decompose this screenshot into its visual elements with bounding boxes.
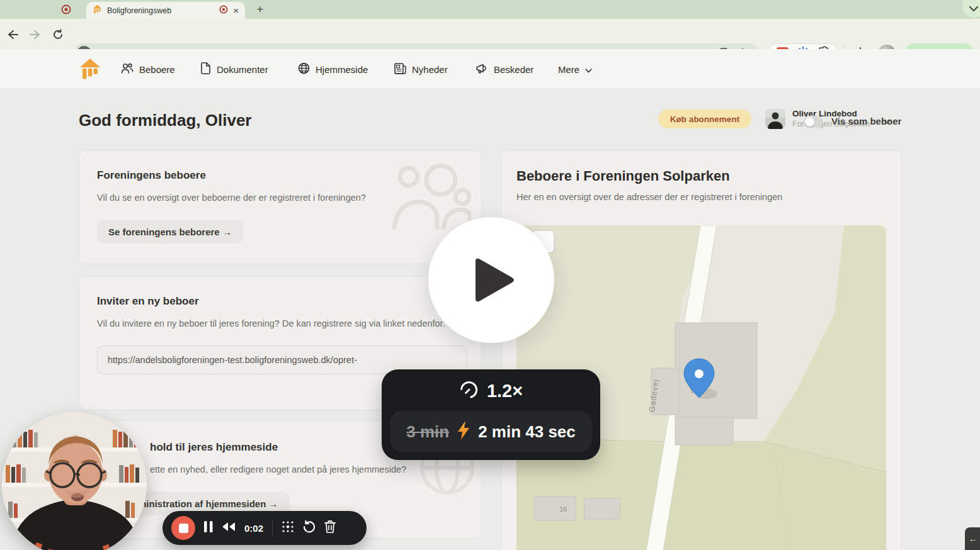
screen: Boligforeningsweb × + app.boligforenings… [0,0,980,550]
residents-card-description: Vil du se en oversigt over beboerne der … [97,191,424,205]
nav-item-label: Dokumenter [217,64,268,75]
tab-title: Boligforeningsweb [107,6,214,15]
toolbar-divider [272,519,273,537]
app-logo-icon[interactable] [79,58,101,83]
view-as-resident-label: Vis som beboer [831,116,901,126]
residents-card: Foreningens beboere Vil du se en oversig… [79,150,482,264]
browser-tab[interactable]: Boligforeningsweb × [86,2,245,19]
speedometer-icon [459,379,479,402]
recording-indicator-icon [61,4,71,17]
map-card-subtitle: Her en en oversigt over de adresser der … [516,192,782,202]
nav-item-label: Beboere [139,64,175,75]
megaphone-icon [476,63,488,76]
speed-value: 1.2× [487,381,523,401]
tab-strip-chevron-button[interactable] [962,0,980,18]
app-navbar: Beboere Dokumenter Hjemmeside Nyheder Be… [0,49,980,89]
chevron-down-icon [585,64,592,75]
newspaper-icon [394,63,406,76]
buy-subscription-button[interactable]: Køb abonnement [658,109,751,128]
see-residents-button[interactable]: Se foreningens beborere → [97,220,243,244]
invite-card-description: Vil du invitere en ny beboer til jeres f… [97,317,450,330]
page-greeting: God formiddag, Oliver [79,111,251,130]
video-play-button[interactable] [428,217,554,343]
browser-toolbar: app.boligforeningsweb.dk/dashboard 3 [0,19,980,49]
user-avatar[interactable] [765,109,785,129]
pause-button[interactable] [204,521,213,535]
nav-item-label: Beskeder [494,64,533,75]
nav-item-dokumenter[interactable]: Dokumenter [200,49,268,89]
map-card-title: Beboere i Foreningen Solparken [516,168,730,184]
website-card-title: hold til jeres hjemmeside [150,441,278,454]
residents-map-card: Beboere i Foreningen Solparken Her en en… [501,150,902,550]
nav-item-label: Nyheder [412,64,448,75]
recording-toolbar: 0:02 [162,511,367,545]
tab-recording-indicator-icon [219,5,228,16]
nav-item-nyheder[interactable]: Nyheder [394,49,448,89]
new-tab-button[interactable]: + [252,1,268,18]
nav-item-hjemmeside[interactable]: Hjemmeside [298,49,368,89]
speed-control[interactable]: 1.2× [382,374,600,407]
people-watermark-icon [389,158,471,230]
nav-item-beboere[interactable]: Beboere [121,49,175,89]
forward-button[interactable] [26,26,44,43]
people-icon [121,63,134,76]
document-icon [200,62,211,76]
lightning-icon [457,421,470,442]
recording-timer: 0:02 [244,523,263,534]
nav-item-beskeder[interactable]: Beskeder [476,49,533,89]
back-button[interactable] [4,26,21,43]
site-favicon-icon [93,4,102,16]
view-as-resident-toggle[interactable] [804,116,823,128]
website-card-description: ette en nyhed, eller redigere noget ande… [150,463,406,476]
webcam-bubble[interactable] [2,412,147,550]
duration-comparison[interactable]: 3 min 2 min 43 sec [390,411,592,452]
play-icon [473,255,517,305]
corner-arrow-panel[interactable]: ← [965,527,980,550]
original-duration: 3 min [406,422,449,442]
globe-icon [298,62,310,76]
webcam-video [2,412,147,550]
reload-button[interactable] [49,26,67,43]
nav-item-mere[interactable]: Mere [558,49,592,89]
stop-recording-button[interactable] [171,516,195,540]
tab-close-icon[interactable]: × [233,6,239,15]
reduced-duration: 2 min 43 sec [478,422,576,442]
invite-card-title: Inviter en ny beboer [97,295,464,308]
rewind-button[interactable] [222,522,236,534]
house-number-label: 16 [559,505,567,513]
effects-grid-button[interactable] [282,520,294,536]
browser-tab-strip: Boligforeningsweb × + [0,0,980,19]
nav-item-label: Hjemmeside [316,64,368,75]
left-arrow-icon: ← [969,534,977,544]
delete-recording-button[interactable] [324,520,336,536]
playback-speed-panel: 1.2× 3 min 2 min 43 sec [382,369,600,460]
restart-recording-button[interactable] [303,520,316,536]
nav-item-label: Mere [558,64,579,75]
